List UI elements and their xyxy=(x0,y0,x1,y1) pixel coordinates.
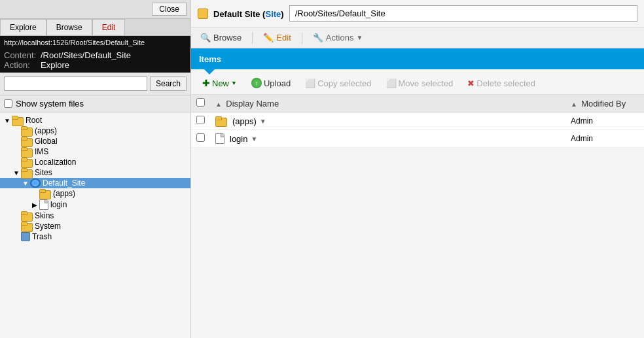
col-display-name: ▲ Display Name xyxy=(210,95,565,112)
folder-icon-sites xyxy=(21,168,33,177)
content-info: Content: /Root/Sites/Default_Site Action… xyxy=(0,49,190,73)
row-dropdown-login[interactable]: ▼ xyxy=(251,135,257,143)
edit-icon: ✏️ xyxy=(263,33,274,42)
tree-item-trash[interactable]: Trash xyxy=(0,231,190,242)
content-value: /Root/Sites/Default_Site xyxy=(41,50,131,60)
toggle-sites[interactable]: ▼ xyxy=(12,169,21,177)
row-modified-apps: Admin xyxy=(565,112,644,130)
browse-label: Browse xyxy=(213,33,241,42)
tab-edit[interactable]: Edit xyxy=(92,19,126,35)
tree-label-system: System xyxy=(35,222,61,231)
tree-label-apps2: (apps) xyxy=(53,189,75,198)
folder-icon-root xyxy=(12,116,24,125)
move-selected-button[interactable]: ⬜ Move selected xyxy=(382,76,458,90)
new-dropdown-icon: ▼ xyxy=(231,80,237,86)
browse-toolbar-button[interactable]: 🔍 Browse xyxy=(198,31,244,44)
tree-item-skins[interactable]: Skins xyxy=(0,211,190,221)
sort-icon-modified: ▲ xyxy=(571,101,577,108)
row-page-icon-login xyxy=(215,133,224,144)
row-modified-login: Admin xyxy=(565,130,644,148)
toolbar-separator-1 xyxy=(252,32,253,44)
row-name-label-login[interactable]: login xyxy=(230,134,247,144)
site-title-text: Default Site ( xyxy=(213,9,265,19)
tree-item-global[interactable]: Global xyxy=(0,136,190,146)
upload-button[interactable]: ↑ Upload xyxy=(247,76,295,90)
show-system-files-label: Show system files xyxy=(16,99,84,109)
tab-browse[interactable]: Browse xyxy=(46,19,92,35)
tree-label-skins: Skins xyxy=(35,211,54,220)
tree-label-global: Global xyxy=(35,137,58,146)
row-name-login: login ▼ xyxy=(210,130,565,148)
row-dropdown-apps[interactable]: ▼ xyxy=(260,118,266,125)
folder-icon-global xyxy=(21,137,33,146)
edit-label: Edit xyxy=(276,33,291,42)
tree-label-default-site: Default_Site xyxy=(43,178,85,188)
tree-label-ims: IMS xyxy=(35,147,48,156)
tree-item-localization[interactable]: Localization xyxy=(0,157,190,167)
copy-selected-button[interactable]: ⬜ Copy selected xyxy=(300,76,376,90)
copy-icon: ⬜ xyxy=(305,78,315,88)
toggle-root[interactable]: ▼ xyxy=(3,117,12,124)
show-system-files-checkbox[interactable] xyxy=(4,99,12,108)
tree-item-default-site[interactable]: ▼ Default_Site xyxy=(0,178,190,188)
search-bar: Search xyxy=(0,73,190,95)
tree-item-sites[interactable]: ▼ Sites xyxy=(0,167,190,178)
action-label: Action: xyxy=(4,60,37,70)
search-input[interactable] xyxy=(4,76,147,91)
left-panel: Close Explore Browse Edit http://localho… xyxy=(0,0,191,338)
globe-icon-default-site xyxy=(30,178,41,188)
row-checkbox-login xyxy=(191,130,210,148)
trash-icon-trash xyxy=(21,232,30,241)
folder-icon-system xyxy=(21,222,33,231)
tree-label-login: login xyxy=(50,200,67,209)
col-modified-by-label: Modified By xyxy=(581,99,626,109)
row-name-label-apps[interactable]: (apps) xyxy=(232,116,257,126)
tree-item-root[interactable]: ▼ Root xyxy=(0,115,190,126)
items-title: Items xyxy=(199,54,221,64)
col-modified-by: ▲ Modified By xyxy=(565,95,644,112)
toggle-default-site[interactable]: ▼ xyxy=(21,180,30,187)
tab-explore[interactable]: Explore xyxy=(0,19,46,35)
edit-toolbar-button[interactable]: ✏️ Edit xyxy=(260,31,293,44)
items-actions: ✚ New ▼ ↑ Upload ⬜ Copy selected ⬜ Move … xyxy=(191,72,644,95)
upload-icon: ↑ xyxy=(251,78,262,88)
delete-label: Delete selected xyxy=(476,78,535,88)
new-button[interactable]: ✚ New ▼ xyxy=(198,76,241,90)
content-label: Content: xyxy=(4,50,37,60)
file-table: ▲ Display Name ▲ Modified By xyxy=(191,95,644,148)
row-name-apps: (apps) ▼ xyxy=(210,112,565,130)
folder-icon-localization xyxy=(21,158,33,167)
system-files-row: Show system files xyxy=(0,95,190,112)
tree-item-apps2[interactable]: (apps) xyxy=(0,188,190,199)
sort-icon-name: ▲ xyxy=(215,101,222,108)
row-select-apps[interactable] xyxy=(196,116,205,124)
new-icon: ✚ xyxy=(202,78,210,88)
action-value: Explore xyxy=(41,60,69,70)
tree-item-system[interactable]: System xyxy=(0,221,190,231)
row-select-login[interactable] xyxy=(196,133,205,142)
move-icon: ⬜ xyxy=(386,78,397,88)
tree-item-login[interactable]: ▶ login xyxy=(0,199,190,211)
row-checkbox-apps xyxy=(191,112,210,130)
delete-selected-button[interactable]: ✖ Delete selected xyxy=(463,76,540,90)
url-bar: http://localhost:1526/Root/Sites/Default… xyxy=(0,36,190,49)
delete-icon: ✖ xyxy=(467,78,474,88)
new-label: New xyxy=(212,78,229,88)
page-icon-login xyxy=(39,199,48,210)
tree-label-trash: Trash xyxy=(32,232,52,241)
site-link[interactable]: Site xyxy=(265,9,281,19)
select-all-checkbox[interactable] xyxy=(196,98,205,107)
tree-item-ims[interactable]: IMS xyxy=(0,146,190,157)
tree-item-apps[interactable]: (apps) xyxy=(0,126,190,136)
search-button[interactable]: Search xyxy=(150,76,187,91)
move-label: Move selected xyxy=(399,78,454,88)
path-input[interactable] xyxy=(289,5,637,22)
actions-wrench-icon: 🔧 xyxy=(313,33,323,42)
toggle-login[interactable]: ▶ xyxy=(30,201,39,209)
folder-icon-skins xyxy=(21,211,33,220)
close-button[interactable]: Close xyxy=(152,3,187,16)
upload-label: Upload xyxy=(264,78,291,88)
actions-toolbar-button[interactable]: 🔧 Actions ▼ xyxy=(310,31,366,44)
tree-label-root: Root xyxy=(26,116,42,125)
actions-dropdown-icon: ▼ xyxy=(356,34,363,41)
